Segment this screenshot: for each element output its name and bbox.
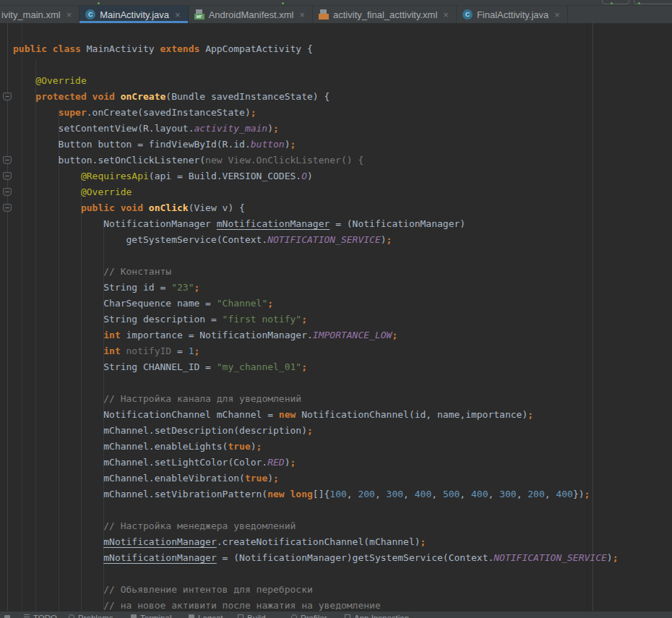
editor-tab-activity_final_acttivity.xml[interactable]: activity_final_acttivity.xml× [313, 6, 457, 23]
code-line: public void onClick(View v) { [13, 200, 619, 216]
code-area[interactable]: public class MainActivity extends AppCom… [13, 41, 619, 611]
code-token: ; [290, 139, 296, 150]
code-token [13, 266, 103, 277]
code-token: @Override [81, 186, 132, 197]
code-token: mChannel.setVibrationPattern( [13, 489, 267, 499]
terminal-icon [131, 614, 137, 618]
code-token [13, 536, 103, 547]
code-token: ; [290, 457, 296, 468]
code-token: ) [285, 457, 290, 468]
code-token: ) [285, 139, 290, 150]
code-token: public class [13, 43, 87, 54]
code-token: ; [257, 441, 262, 452]
close-icon[interactable]: × [175, 9, 181, 20]
code-line: // на новое активити после нажатия на ув… [13, 598, 619, 611]
code-line [13, 502, 619, 518]
tool-window-button-TODO[interactable]: TODO [24, 613, 57, 618]
code-token [13, 600, 103, 611]
code-token: ; [421, 536, 426, 547]
manifest-file-icon: MF [194, 9, 204, 20]
tool-window-label: Profiler [301, 613, 327, 618]
code-token [13, 186, 81, 197]
code-line: // Обьявление интентов для переброски [13, 582, 619, 598]
code-token: ; [307, 425, 313, 436]
code-token: NotificationChannel(id, name,importance) [296, 409, 527, 420]
code-token: NotificationManager [13, 218, 217, 229]
code-token: button [251, 139, 285, 150]
code-token: , [375, 489, 387, 499]
editor-tab-AndroidManifest.xml[interactable]: MFAndroidManifest.xml× [189, 6, 313, 23]
editor-tab-ivity_main.xml[interactable]: ivity_main.xml× [0, 6, 79, 23]
code-token: // Обьявление интентов для переброски [103, 584, 313, 595]
code-token: ; [273, 123, 279, 134]
tool-window-button-Problems[interactable]: Problems [69, 613, 113, 618]
code-line [13, 375, 619, 391]
code-token: NOTIFICATION_SERVICE [494, 552, 607, 563]
code-token: ; [585, 489, 590, 499]
code-token: "first notify" [223, 314, 302, 325]
code-token: activity_main [194, 123, 267, 134]
code-token: , [517, 489, 528, 499]
code-line: public class MainActivity extends AppCom… [13, 41, 619, 57]
todo-icon [24, 614, 30, 618]
code-token: mChannel.setLightColor(Color. [13, 457, 267, 468]
code-token [13, 330, 103, 340]
code-token [13, 91, 35, 102]
code-editor: public class MainActivity extends AppCom… [0, 23, 672, 611]
fold-marker[interactable]: – [3, 93, 12, 100]
java-class-icon: C [462, 9, 473, 20]
fold-marker[interactable]: – [3, 172, 12, 180]
code-token: ) [307, 171, 313, 181]
code-token: , [403, 489, 415, 499]
code-token: ; [194, 346, 199, 356]
code-token: (Bundle savedInstanceState) { [165, 91, 329, 102]
tool-window-button-Logcat[interactable]: Logcat [189, 613, 223, 618]
code-line: String description = "first notify"; [13, 312, 619, 327]
close-icon[interactable]: × [443, 9, 449, 20]
problems-icon [69, 614, 74, 618]
editor-tab-FinalActtivity.java[interactable]: CFinalActtivity.java× [457, 6, 568, 23]
code-token: NOTIFICATION_SERVICE [267, 234, 381, 245]
code-token: ; [392, 330, 397, 340]
close-icon[interactable]: × [554, 9, 560, 20]
code-token: mChannel.enableVibration( [13, 473, 245, 484]
tool-window-label: TODO [33, 613, 57, 618]
code-token: .createNotificationChannel(mChannel) [217, 536, 421, 547]
code-token: "23" [171, 282, 194, 293]
close-icon[interactable]: × [299, 9, 305, 20]
code-line: super.onCreate(savedInstanceState); [13, 105, 619, 121]
code-line: setContentView(R.layout.activity_main); [13, 121, 619, 137]
code-token: ) [267, 123, 273, 134]
code-token [13, 552, 103, 563]
editor-tab-MainActivity.java[interactable]: CMainActivity.java× [79, 6, 188, 23]
code-line: @Override [13, 73, 619, 89]
ide-window: ivity_main.xml×CMainActivity.java×MFAndr… [0, 0, 672, 618]
code-token: String id = [13, 282, 171, 293]
debug-icon [638, 2, 640, 4]
tool-stripe-icon[interactable] [4, 615, 10, 618]
tool-window-button-Terminal[interactable]: Terminal [131, 613, 171, 618]
code-line: mChannel.setDescription(description); [13, 423, 619, 439]
code-token: mNotificationManager [103, 536, 217, 547]
code-line: mChannel.enableLights(true); [13, 439, 619, 455]
code-token: int [103, 330, 120, 340]
file-badge: MF [194, 14, 204, 20]
code-token [121, 346, 126, 356]
tool-window-label: App Inspection [354, 613, 409, 618]
tool-window-button-App Inspection[interactable]: App Inspection [345, 613, 409, 618]
code-token: 400 [415, 489, 431, 499]
code-token: RED [267, 457, 284, 468]
fold-marker[interactable]: – [3, 204, 12, 212]
fold-marker[interactable]: – [3, 188, 12, 196]
fold-marker[interactable]: – [3, 156, 12, 164]
code-token [13, 584, 103, 595]
code-line: mNotificationManager = (NotificationMana… [13, 550, 619, 566]
code-line: // Настройка менеджера уведомлений [13, 518, 619, 534]
code-token: ; [387, 234, 392, 245]
device-selector-button[interactable] [602, 0, 629, 4]
code-token: "Channel" [217, 298, 267, 309]
tool-window-button-Build[interactable]: Build [238, 613, 266, 618]
tool-window-button-Profiler[interactable]: Profiler [291, 613, 327, 618]
close-icon[interactable]: × [66, 9, 72, 20]
code-token: 100 [329, 489, 346, 499]
